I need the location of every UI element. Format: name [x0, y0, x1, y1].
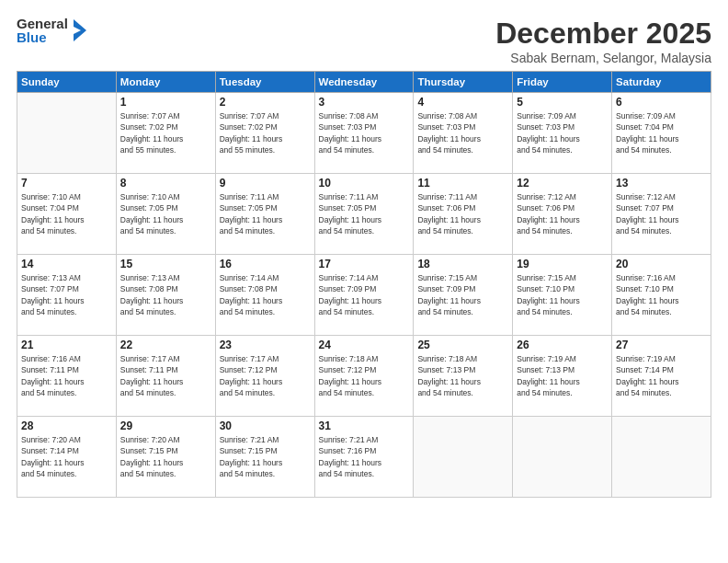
- day-info: Sunrise: 7:10 AMSunset: 7:04 PMDaylight:…: [21, 191, 112, 236]
- day-number: 2: [220, 96, 311, 109]
- day-info: Sunrise: 7:20 AMSunset: 7:15 PMDaylight:…: [120, 434, 211, 479]
- day-info: Sunrise: 7:21 AMSunset: 7:16 PMDaylight:…: [319, 434, 410, 479]
- table-row: 23Sunrise: 7:17 AMSunset: 7:12 PMDayligh…: [215, 336, 314, 417]
- header: General Blue December 2025 Sabak Bernam,…: [17, 17, 711, 65]
- table-row: 4Sunrise: 7:08 AMSunset: 7:03 PMDaylight…: [414, 93, 513, 174]
- day-info: Sunrise: 7:14 AMSunset: 7:08 PMDaylight:…: [220, 272, 311, 317]
- day-info: Sunrise: 7:13 AMSunset: 7:07 PMDaylight:…: [21, 272, 112, 317]
- day-info: Sunrise: 7:16 AMSunset: 7:10 PMDaylight:…: [616, 272, 707, 317]
- day-number: 16: [220, 258, 311, 270]
- day-info: Sunrise: 7:14 AMSunset: 7:09 PMDaylight:…: [319, 272, 410, 317]
- day-info: Sunrise: 7:17 AMSunset: 7:12 PMDaylight:…: [220, 353, 311, 398]
- svg-marker-0: [74, 19, 86, 41]
- day-number: 19: [517, 258, 608, 270]
- calendar-week-3: 14Sunrise: 7:13 AMSunset: 7:07 PMDayligh…: [17, 255, 711, 336]
- day-info: Sunrise: 7:12 AMSunset: 7:07 PMDaylight:…: [616, 191, 707, 236]
- day-info: Sunrise: 7:20 AMSunset: 7:14 PMDaylight:…: [21, 434, 112, 479]
- table-row: 2Sunrise: 7:07 AMSunset: 7:02 PMDaylight…: [215, 93, 314, 174]
- header-saturday: Saturday: [612, 72, 711, 93]
- day-number: 26: [517, 339, 608, 351]
- header-friday: Friday: [513, 72, 612, 93]
- table-row: 14Sunrise: 7:13 AMSunset: 7:07 PMDayligh…: [17, 255, 117, 336]
- table-row: [17, 93, 117, 174]
- day-number: 25: [417, 339, 508, 351]
- day-number: 3: [319, 96, 410, 109]
- table-row: 11Sunrise: 7:11 AMSunset: 7:06 PMDayligh…: [414, 174, 513, 255]
- day-number: 31: [319, 419, 410, 432]
- day-info: Sunrise: 7:11 AMSunset: 7:06 PMDaylight:…: [417, 191, 508, 236]
- day-number: 23: [220, 339, 311, 351]
- table-row: 22Sunrise: 7:17 AMSunset: 7:11 PMDayligh…: [116, 336, 215, 417]
- day-info: Sunrise: 7:07 AMSunset: 7:02 PMDaylight:…: [220, 110, 311, 155]
- day-info: Sunrise: 7:09 AMSunset: 7:04 PMDaylight:…: [616, 110, 707, 155]
- day-info: Sunrise: 7:15 AMSunset: 7:09 PMDaylight:…: [417, 272, 508, 317]
- table-row: 26Sunrise: 7:19 AMSunset: 7:13 PMDayligh…: [513, 336, 612, 417]
- day-info: Sunrise: 7:08 AMSunset: 7:03 PMDaylight:…: [319, 110, 410, 155]
- table-row: 3Sunrise: 7:08 AMSunset: 7:03 PMDaylight…: [314, 93, 414, 174]
- page: General Blue December 2025 Sabak Bernam,…: [0, 0, 728, 563]
- day-info: Sunrise: 7:19 AMSunset: 7:14 PMDaylight:…: [616, 353, 707, 398]
- table-row: 20Sunrise: 7:16 AMSunset: 7:10 PMDayligh…: [612, 255, 711, 336]
- day-info: Sunrise: 7:10 AMSunset: 7:05 PMDaylight:…: [120, 191, 211, 236]
- table-row: 7Sunrise: 7:10 AMSunset: 7:04 PMDaylight…: [17, 174, 117, 255]
- calendar-week-2: 7Sunrise: 7:10 AMSunset: 7:04 PMDaylight…: [17, 174, 711, 255]
- header-sunday: Sunday: [17, 72, 117, 93]
- table-row: [513, 417, 612, 498]
- table-row: 25Sunrise: 7:18 AMSunset: 7:13 PMDayligh…: [414, 336, 513, 417]
- day-info: Sunrise: 7:08 AMSunset: 7:03 PMDaylight:…: [417, 110, 508, 155]
- day-number: 5: [517, 96, 608, 109]
- table-row: [612, 417, 711, 498]
- day-number: 20: [616, 258, 707, 270]
- table-row: 28Sunrise: 7:20 AMSunset: 7:14 PMDayligh…: [17, 417, 117, 498]
- title-area: December 2025 Sabak Bernam, Selangor, Ma…: [495, 17, 711, 65]
- day-info: Sunrise: 7:21 AMSunset: 7:15 PMDaylight:…: [220, 434, 311, 479]
- logo-general: General: [17, 17, 68, 30]
- day-info: Sunrise: 7:07 AMSunset: 7:02 PMDaylight:…: [120, 110, 211, 155]
- day-number: 6: [616, 96, 707, 109]
- day-number: 8: [120, 177, 211, 190]
- day-info: Sunrise: 7:17 AMSunset: 7:11 PMDaylight:…: [120, 353, 211, 398]
- table-row: [414, 417, 513, 498]
- header-wednesday: Wednesday: [314, 72, 414, 93]
- day-number: 15: [120, 258, 211, 270]
- day-info: Sunrise: 7:18 AMSunset: 7:13 PMDaylight:…: [417, 353, 508, 398]
- day-info: Sunrise: 7:18 AMSunset: 7:12 PMDaylight:…: [319, 353, 410, 398]
- table-row: 17Sunrise: 7:14 AMSunset: 7:09 PMDayligh…: [314, 255, 414, 336]
- day-number: 10: [319, 177, 410, 190]
- day-info: Sunrise: 7:13 AMSunset: 7:08 PMDaylight:…: [120, 272, 211, 317]
- day-number: 14: [21, 258, 112, 270]
- table-row: 18Sunrise: 7:15 AMSunset: 7:09 PMDayligh…: [414, 255, 513, 336]
- header-monday: Monday: [116, 72, 215, 93]
- day-number: 29: [120, 419, 211, 432]
- table-row: 27Sunrise: 7:19 AMSunset: 7:14 PMDayligh…: [612, 336, 711, 417]
- day-info: Sunrise: 7:15 AMSunset: 7:10 PMDaylight:…: [517, 272, 608, 317]
- day-info: Sunrise: 7:09 AMSunset: 7:03 PMDaylight:…: [517, 110, 608, 155]
- table-row: 6Sunrise: 7:09 AMSunset: 7:04 PMDaylight…: [612, 93, 711, 174]
- month-title: December 2025: [495, 17, 711, 51]
- table-row: 29Sunrise: 7:20 AMSunset: 7:15 PMDayligh…: [116, 417, 215, 498]
- table-row: 8Sunrise: 7:10 AMSunset: 7:05 PMDaylight…: [116, 174, 215, 255]
- table-row: 10Sunrise: 7:11 AMSunset: 7:05 PMDayligh…: [314, 174, 414, 255]
- day-info: Sunrise: 7:12 AMSunset: 7:06 PMDaylight:…: [517, 191, 608, 236]
- calendar-week-1: 1Sunrise: 7:07 AMSunset: 7:02 PMDaylight…: [17, 93, 711, 174]
- calendar-week-4: 21Sunrise: 7:16 AMSunset: 7:11 PMDayligh…: [17, 336, 711, 417]
- table-row: 19Sunrise: 7:15 AMSunset: 7:10 PMDayligh…: [513, 255, 612, 336]
- day-number: 11: [417, 177, 508, 190]
- table-row: 21Sunrise: 7:16 AMSunset: 7:11 PMDayligh…: [17, 336, 117, 417]
- day-number: 4: [417, 96, 508, 109]
- header-thursday: Thursday: [414, 72, 513, 93]
- logo: General Blue: [17, 17, 88, 44]
- day-number: 9: [220, 177, 311, 190]
- day-number: 17: [319, 258, 410, 270]
- table-row: 16Sunrise: 7:14 AMSunset: 7:08 PMDayligh…: [215, 255, 314, 336]
- day-number: 1: [120, 96, 211, 109]
- table-row: 31Sunrise: 7:21 AMSunset: 7:16 PMDayligh…: [314, 417, 414, 498]
- day-number: 12: [517, 177, 608, 190]
- day-info: Sunrise: 7:19 AMSunset: 7:13 PMDaylight:…: [517, 353, 608, 398]
- logo-icon: [70, 17, 88, 43]
- day-info: Sunrise: 7:11 AMSunset: 7:05 PMDaylight:…: [220, 191, 311, 236]
- day-number: 24: [319, 339, 410, 351]
- calendar-table: Sunday Monday Tuesday Wednesday Thursday…: [17, 71, 711, 498]
- day-number: 22: [120, 339, 211, 351]
- table-row: 5Sunrise: 7:09 AMSunset: 7:03 PMDaylight…: [513, 93, 612, 174]
